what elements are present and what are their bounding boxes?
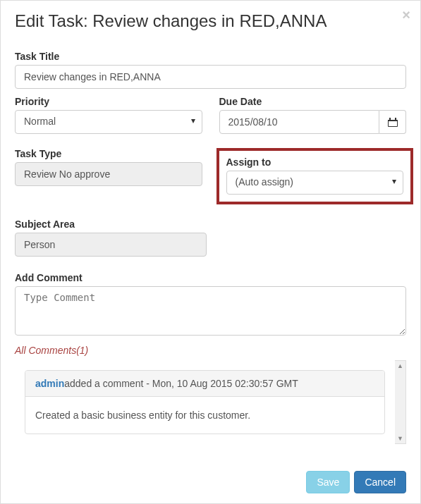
subject-area-label: Subject Area [15, 219, 207, 230]
task-type-label: Task Type [15, 148, 202, 159]
calendar-button[interactable] [379, 110, 406, 134]
assign-to-label: Assign to [226, 156, 404, 168]
comment-user: admin [35, 378, 64, 389]
comment-body: Created a basic business entity for this… [25, 397, 384, 434]
cancel-button[interactable]: Cancel [354, 471, 406, 493]
due-date-input[interactable] [219, 110, 380, 134]
priority-select[interactable]: Normal [15, 110, 202, 134]
save-button[interactable]: Save [306, 471, 350, 493]
comment-meta: added a comment - Mon, 10 Aug 2015 02:30… [64, 378, 298, 389]
close-button[interactable]: × [402, 8, 410, 22]
modal-title: Edit Task: Review changes in RED,ANNA [15, 11, 406, 31]
task-type-input [15, 162, 202, 186]
assign-to-select[interactable]: (Auto assign) [226, 171, 404, 195]
comments-list: adminadded a comment - Mon, 10 Aug 2015 … [15, 360, 406, 444]
add-comment-label: Add Comment [15, 272, 406, 283]
task-title-input[interactable] [15, 65, 406, 89]
add-comment-textarea[interactable] [15, 286, 406, 336]
due-date-label: Due Date [219, 96, 407, 107]
comment-item: adminadded a comment - Mon, 10 Aug 2015 … [25, 370, 385, 434]
comments-count-label: All Comments(1) [15, 345, 406, 356]
comment-heading: adminadded a comment - Mon, 10 Aug 2015 … [25, 371, 384, 397]
priority-label: Priority [15, 96, 202, 107]
task-title-label: Task Title [15, 51, 406, 62]
calendar-icon [388, 118, 398, 127]
scroll-up-icon: ▲ [397, 362, 403, 369]
subject-area-input [15, 233, 207, 257]
scroll-down-icon: ▼ [397, 435, 403, 442]
assign-to-highlight: Assign to (Auto assign) [216, 148, 414, 204]
comments-scrollbar[interactable]: ▲ ▼ [395, 360, 406, 444]
